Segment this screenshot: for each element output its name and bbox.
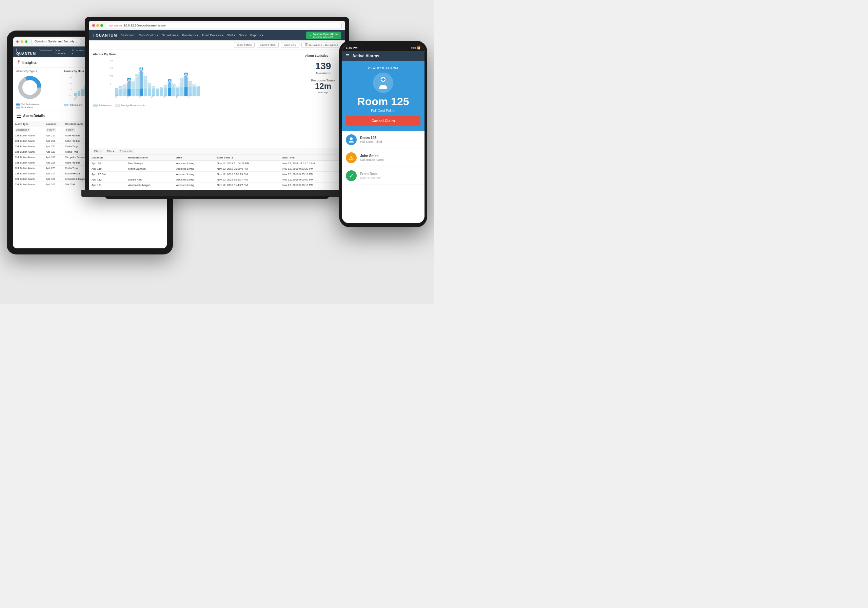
laptop-nav-reports[interactable]: Reports ▾ bbox=[250, 34, 264, 37]
address-bar[interactable]: Not Secure 10.0.12.10/report-alarm-histo… bbox=[106, 23, 342, 28]
laptop-main-content: Alarms By Hour 30 25 15 5 bbox=[89, 50, 345, 148]
laptop-location-filter[interactable]: Filter ▾ bbox=[93, 149, 103, 153]
laptop-foot bbox=[105, 196, 329, 199]
alarm-item-info: Front Door Door Breached bbox=[360, 172, 420, 179]
laptop-charts-area: Alarms By Hour 30 25 15 5 bbox=[89, 50, 301, 148]
alarm-item-title: Room 125 bbox=[360, 136, 420, 140]
laptop-nav-fixed[interactable]: Fixed Devices ▾ bbox=[202, 34, 223, 37]
laptop-table-filters: Filter ▾ Filter ▾ 2 checked ▾ bbox=[89, 148, 345, 155]
laptop-nav-site[interactable]: Site ▾ bbox=[239, 34, 247, 37]
check-icon: ✓ bbox=[349, 173, 353, 179]
col-resident-name: Resident Name bbox=[126, 155, 173, 161]
alarm-item-subtitle: Pull Cord Pulled bbox=[360, 140, 420, 143]
svg-rect-43 bbox=[156, 88, 160, 96]
nav-dashboard[interactable]: Dashboard bbox=[39, 49, 52, 55]
alarm-details-title: Alarm Details bbox=[23, 114, 45, 118]
system-operational-badge: ✓ System Operational 11/12/18 12:31 AM bbox=[306, 31, 341, 39]
nav-door[interactable]: Door Control ▾ bbox=[54, 49, 69, 55]
laptop-quantum-logo: | QUANTUM bbox=[93, 33, 117, 37]
phone-status-bar: 1:35 PM 65% 📶 bbox=[342, 45, 425, 51]
alarm-item-title: John Smith bbox=[360, 154, 420, 158]
alarm-item-title: Front Door bbox=[360, 172, 420, 176]
laptop-nav-dashboard[interactable]: Dashboard bbox=[120, 34, 135, 37]
laptop-nav-residents[interactable]: Residents ▾ bbox=[182, 34, 198, 37]
cancel-claim-button[interactable]: Cancel Claim bbox=[346, 116, 420, 126]
alarm-item-info: Room 125 Pull Cord Pulled bbox=[360, 136, 420, 143]
laptop-stats-panel: Alarm Statistics 139 Total Alarms Respon… bbox=[301, 50, 345, 148]
laptop-nav-schedules[interactable]: Schedules ▾ bbox=[162, 34, 179, 37]
avg-label: Average bbox=[305, 91, 341, 94]
laptop-clear-filters[interactable]: Clear Filters bbox=[234, 42, 255, 48]
browser-tab[interactable]: Quantum Safety and Security ... bbox=[31, 39, 81, 44]
laptop-screen: Not Secure 10.0.12.10/report-alarm-histo… bbox=[89, 21, 345, 193]
laptop-save-csv[interactable]: Save CSV bbox=[281, 42, 299, 48]
svg-text:25: 25 bbox=[110, 67, 113, 70]
list-item[interactable]: ⚠ John Smith Call Button Alarm bbox=[342, 149, 425, 167]
laptop-device: Not Secure 10.0.12.10/report-alarm-histo… bbox=[85, 17, 349, 193]
maximize-dot[interactable] bbox=[25, 40, 28, 43]
laptop-nav-staff[interactable]: Staff ▾ bbox=[227, 34, 236, 37]
laptop-window-controls bbox=[92, 24, 103, 27]
laptop-maximize-dot[interactable] bbox=[100, 24, 103, 27]
svg-text:5: 5 bbox=[110, 82, 112, 85]
person-icon bbox=[348, 137, 354, 143]
svg-text:30: 30 bbox=[70, 76, 72, 78]
alarm-type-filter[interactable]: 2 checked ▾ bbox=[15, 128, 31, 132]
table-row: Apt. 118 Minni Sathrum Assisted Living N… bbox=[89, 166, 345, 172]
laptop-nav: | QUANTUM Dashboard Door Control ▾ Sched… bbox=[89, 30, 345, 40]
hamburger-menu-icon[interactable]: ☰ bbox=[346, 54, 350, 58]
laptop-bar-chart: 30 25 15 5 bbox=[93, 58, 297, 101]
laptop-nav-door[interactable]: Door Control ▾ bbox=[139, 34, 159, 37]
laptop-resident-filter[interactable]: Filter ▾ bbox=[106, 149, 116, 153]
close-dot[interactable] bbox=[16, 40, 19, 43]
alarm-stats-title: Alarm Statistics bbox=[305, 54, 341, 58]
laptop-saved-filters[interactable]: Saved Filters bbox=[257, 42, 279, 48]
alarm-icon-check: ✓ bbox=[346, 170, 357, 181]
claimed-alarm-card: CLAIMED ALARM Room 125 Pull Cord Pulled … bbox=[342, 61, 425, 131]
date-range-picker[interactable]: 📅 11/12/2018 - 11/13/2018 bbox=[301, 42, 341, 48]
table-row: Apt. 112 Danita Karl Assisted Living Nov… bbox=[89, 177, 345, 182]
col-area: Area bbox=[173, 155, 214, 161]
svg-text:15: 15 bbox=[110, 75, 113, 77]
laptop-minimize-dot[interactable] bbox=[96, 24, 99, 27]
phone-time: 1:35 PM bbox=[346, 46, 357, 50]
quantum-logo: | QUANTUM bbox=[16, 48, 36, 56]
svg-point-64 bbox=[350, 137, 353, 140]
col-end-time: End Time bbox=[280, 155, 345, 161]
legend-total: Total Alarms bbox=[93, 104, 112, 107]
resident-filter-tablet[interactable]: Filter ▾ bbox=[65, 128, 75, 132]
col-location: Location bbox=[89, 155, 126, 161]
donut-chart-svg bbox=[16, 74, 43, 101]
legend-call-button: Call Button Alarm bbox=[16, 103, 60, 106]
svg-point-2 bbox=[25, 82, 35, 93]
donut-chart-area: Alarms By Type ▾ Call Button Alarm bbox=[16, 70, 60, 109]
laptop-base bbox=[81, 190, 353, 197]
system-op-text: System Operational bbox=[313, 33, 338, 36]
total-alarms-label: Total Alarms bbox=[305, 72, 341, 75]
phone-screen: 1:35 PM 65% 📶 ☰ Active Alarms CLAIMED AL… bbox=[342, 45, 425, 223]
legend-avg: Average Response Min bbox=[115, 104, 146, 107]
insights-title: 📍 Insights bbox=[16, 60, 37, 64]
svg-rect-53 bbox=[197, 86, 200, 96]
laptop-close-dot[interactable] bbox=[92, 24, 95, 27]
col-start-time: Start Time ▲ bbox=[214, 155, 280, 161]
svg-text:30: 30 bbox=[110, 59, 113, 62]
list-item[interactable]: ✓ Front Door Door Breached bbox=[342, 167, 425, 185]
phone-alarm-list: Room 125 Pull Cord Pulled ⚠ John Smith C… bbox=[342, 131, 425, 223]
table-row: Apt. 121 Anastassia Magas Assisted Livin… bbox=[89, 182, 345, 188]
laptop-data-table: Location Resident Name Area Start Time ▲… bbox=[89, 155, 345, 193]
svg-text:20: 20 bbox=[70, 82, 72, 84]
not-secure-label: Not Secure bbox=[109, 24, 122, 27]
svg-text:0: 0 bbox=[70, 95, 71, 97]
minimize-dot[interactable] bbox=[21, 40, 23, 43]
location-filter-tablet[interactable]: Filter ▾ bbox=[46, 128, 56, 132]
legend-door-alarm: Door alarm bbox=[16, 106, 60, 109]
list-item[interactable]: Room 125 Pull Cord Pulled bbox=[342, 131, 425, 149]
legend-color-blue bbox=[16, 104, 20, 106]
nav-schedules[interactable]: Schedules ▾ bbox=[71, 49, 84, 55]
laptop-checked-filter[interactable]: 2 checked ▾ bbox=[118, 149, 134, 153]
svg-text:12AM: 12AM bbox=[73, 96, 77, 100]
phone-icons: 65% 📶 bbox=[411, 47, 420, 50]
warning-icon: ⚠ bbox=[349, 155, 353, 161]
claimed-alarm-label: CLAIMED ALARM bbox=[346, 67, 420, 70]
